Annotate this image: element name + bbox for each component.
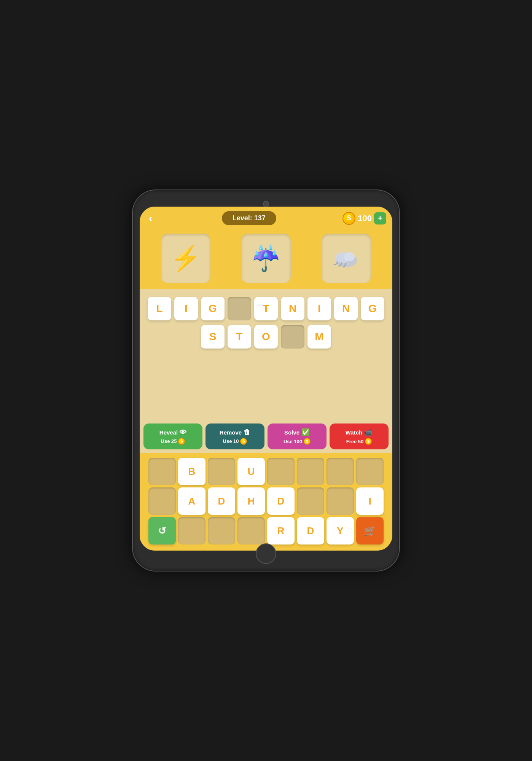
header: ‹ Level: 137 $ 100 + [140,207,392,230]
letter-G[interactable]: G [201,297,225,320]
key-empty-9 [327,487,354,515]
key-empty-10 [178,517,205,544]
reveal-coin: $ [178,438,185,445]
letter-T2[interactable]: T [228,325,251,349]
letter-M[interactable]: M [307,325,331,349]
key-H[interactable]: H [237,487,265,515]
watch-coin: $ [365,438,372,445]
letter-I[interactable]: I [174,297,198,320]
letter-N2[interactable]: N [334,297,358,320]
remove-button[interactable]: Remove 🗑 Use 10 $ [205,423,264,449]
reveal-button[interactable]: Reveal 👁 Use 25 $ [143,423,202,449]
keyboard-row-2: A D H D I [143,487,389,515]
key-U[interactable]: U [237,458,265,485]
letter-I2[interactable]: I [307,297,331,320]
answer-row-2: S T O M [201,325,331,349]
key-empty-8 [297,487,324,515]
add-coins-button[interactable]: + [374,212,386,224]
coin-count: 100 [358,213,372,223]
solve-coin: $ [304,438,311,445]
emoji-lightning: ⚡ [161,234,210,283]
remove-cost: Use 10 $ [223,438,247,445]
emoji-wind [322,234,371,283]
watch-title: Watch 📹 [346,428,373,436]
device-frame: ‹ Level: 137 $ 100 + ⚡ ☔ [133,190,399,571]
key-I[interactable]: I [356,487,384,515]
watch-cost: Free 50 $ [346,438,372,445]
solve-button[interactable]: Solve ✅ Use 100 $ [268,423,327,449]
remove-coin: $ [240,438,247,445]
solve-title: Solve ✅ [284,428,310,436]
reveal-title: Reveal 👁 [159,428,186,436]
letter-T[interactable]: T [254,297,278,320]
remove-title: Remove 🗑 [220,428,250,436]
watch-icon: 📹 [364,428,373,436]
key-empty-5 [327,458,354,485]
key-empty-7 [148,487,176,515]
key-D3[interactable]: D [297,517,324,544]
remove-icon: 🗑 [244,428,250,436]
letter-blank-2[interactable] [281,325,304,349]
key-empty-3 [267,458,295,485]
back-button[interactable]: ‹ [146,212,155,224]
powerups-section: Reveal 👁 Use 25 $ Remove 🗑 Use 10 $ [140,420,392,453]
solve-cost: Use 100 $ [284,438,311,445]
key-empty-12 [237,517,265,544]
coins-area: $ 100 + [342,212,386,225]
key-empty-2 [208,458,235,485]
key-D2[interactable]: D [267,487,295,515]
key-R[interactable]: R [267,517,295,544]
watch-button[interactable]: Watch 📹 Free 50 $ [330,423,389,449]
key-empty-4 [297,458,324,485]
answer-row-1: L I G T N I N G [148,297,384,320]
emoji-section: ⚡ ☔ [140,230,392,289]
reveal-icon: 👁 [180,428,186,436]
letter-O[interactable]: O [254,325,278,349]
key-empty-1 [148,458,176,485]
answer-area: L I G T N I N G S T O M [140,289,392,420]
key-A[interactable]: A [178,487,205,515]
letter-N1[interactable]: N [281,297,304,320]
keyboard-row-1: B U [143,458,389,485]
keyboard-row-3: ↺ R D Y 🛒 [143,517,389,544]
key-D[interactable]: D [208,487,235,515]
keyboard-section: B U A D H D I ↺ [140,453,392,551]
key-empty-11 [208,517,235,544]
letter-G2[interactable]: G [361,297,384,320]
key-empty-6 [356,458,384,485]
reveal-cost: Use 25 $ [161,438,185,445]
screen: ‹ Level: 137 $ 100 + ⚡ ☔ [140,207,392,551]
key-Y[interactable]: Y [327,517,354,544]
level-badge: Level: 137 [222,211,276,225]
letter-blank-1[interactable] [228,297,251,320]
refresh-button[interactable]: ↺ [148,517,176,544]
emoji-umbrella: ☔ [241,234,291,283]
coin-icon: $ [342,212,355,225]
svg-point-2 [344,252,355,261]
key-B[interactable]: B [178,458,205,485]
solve-icon: ✅ [301,428,310,436]
cart-button[interactable]: 🛒 [356,517,384,544]
letter-L[interactable]: L [148,297,171,320]
letter-S[interactable]: S [201,325,225,349]
